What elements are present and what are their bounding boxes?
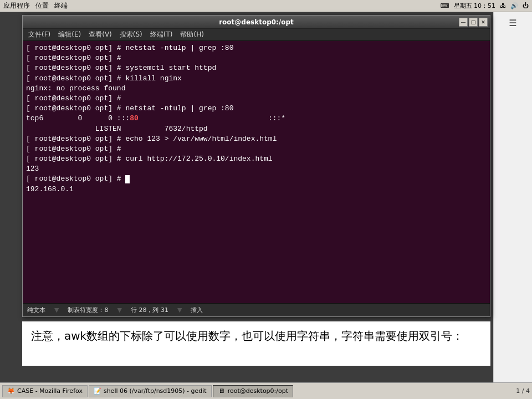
app-menu[interactable]: 应用程序 [3, 1, 30, 11]
status-mode: 插入 [191, 306, 203, 314]
taskbar-item-terminal[interactable]: 🖥 root@desktop0:/opt [213, 385, 293, 397]
term-line-8: tcp6 0 0 :::80 :::* [26, 114, 487, 124]
help-menu[interactable]: 帮助(H) [177, 29, 207, 40]
system-bar-right: ⌨ 星期五 10：51 🖧 🔊 ⏻ [441, 2, 529, 10]
term-line-3: [ root@desktop0 opt] # systemctl start h… [26, 63, 487, 73]
terminal-submenu[interactable]: 终端(T) [147, 29, 176, 40]
terminal-statusbar: 纯文本 ▼ 制表符宽度：8 ▼ 行 28，列 31 ▼ 插入 [23, 303, 490, 316]
term-line-7: [ root@desktop0 opt] # netstat -ntulp | … [26, 104, 487, 114]
term-line-13: 123 [26, 164, 487, 174]
content-text: 注意，awk数组的下标除了可以使用数字，也可以使用字符串，字符串需要使用双引号： [31, 329, 463, 342]
page-indicator: 1 / 4 [516, 387, 530, 395]
maximize-button[interactable]: □ [469, 18, 478, 27]
content-area: 注意，awk数组的下标除了可以使用数字，也可以使用字符串，字符串需要使用双引号： [22, 321, 490, 366]
term-line-11: [ root@desktop0 opt] # [26, 144, 487, 154]
search-menu[interactable]: 搜索(S) [116, 29, 146, 40]
minimize-button[interactable]: — [459, 18, 468, 27]
window-controls: — □ ✕ [459, 18, 488, 27]
firefox-icon: 🦊 [7, 387, 15, 395]
term-line-4: [ root@desktop0 opt] # killall nginx [26, 74, 487, 84]
taskbar: 🦊 CASE - Mozilla Firefox 📝 shell 06 (/va… [0, 382, 532, 399]
ip-line: 192.168.0.1 [26, 185, 487, 195]
term-line-10: [ root@desktop0 opt] # echo 123 > /var/w… [26, 134, 487, 144]
network-icon: 🖧 [500, 2, 506, 9]
taskbar-label-gedit: shell 06 (/var/ftp/nsd1905) - gedit [104, 387, 207, 395]
term-line-1: [ root@desktop0 opt] # netstat -ntulp | … [26, 43, 487, 53]
term-line-12: [ root@desktop0 opt] # curl http://172.2… [26, 154, 487, 164]
terminal-titlebar: root@desktop0:/opt — □ ✕ [23, 16, 490, 29]
taskbar-label-firefox: CASE - Mozilla Firefox [17, 387, 83, 395]
status-position: 行 28，列 31 [131, 306, 168, 314]
terminal-title: root@desktop0:/opt [219, 18, 294, 26]
term-line-5: nginx: no process found [26, 84, 487, 94]
terminal-window: root@desktop0:/opt — □ ✕ 文件(F) 编辑(E) 查看(… [22, 15, 490, 317]
volume-icon: 🔊 [510, 2, 518, 9]
datetime: 星期五 10：51 [454, 2, 496, 10]
close-button[interactable]: ✕ [479, 18, 488, 27]
edit-menu[interactable]: 编辑(E) [55, 29, 84, 40]
taskbar-item-firefox[interactable]: 🦊 CASE - Mozilla Firefox [2, 385, 88, 397]
power-icon: ⏻ [523, 2, 529, 9]
term-line-2: [ root@desktop0 opt] # [26, 53, 487, 63]
file-menu[interactable]: 文件(F) [25, 29, 54, 40]
taskbar-label-terminal: root@desktop0:/opt [228, 387, 288, 395]
system-bar: 应用程序 位置 终端 ⌨ 星期五 10：51 🖧 🔊 ⏻ [0, 0, 532, 12]
term-line-9: LISTEN 7632/httpd [26, 124, 487, 134]
gedit-icon: 📝 [94, 387, 101, 395]
main-area: root@desktop0:/opt — □ ✕ 文件(F) 编辑(E) 查看(… [0, 12, 532, 382]
browser-right-panel: ☰ [493, 12, 532, 382]
right-panel-menu-icon[interactable]: ☰ [509, 18, 516, 28]
terminal-menubar: 文件(F) 编辑(E) 查看(V) 搜索(S) 终端(T) 帮助(H) [23, 29, 490, 41]
keyboard-icon: ⌨ [441, 2, 449, 9]
terminal-body[interactable]: [ root@desktop0 opt] # netstat -ntulp | … [23, 41, 490, 303]
status-tab-width: 制表符宽度：8 [68, 306, 108, 314]
location-menu[interactable]: 位置 [35, 1, 49, 11]
view-menu[interactable]: 查看(V) [85, 29, 115, 40]
terminal-icon: 🖥 [218, 387, 226, 395]
term-line-6: [ root@desktop0 opt] # [26, 94, 487, 104]
terminal-menu[interactable]: 终端 [54, 1, 68, 11]
term-line-14: [ root@desktop0 opt] # [26, 174, 487, 184]
taskbar-item-gedit[interactable]: 📝 shell 06 (/var/ftp/nsd1905) - gedit [89, 385, 212, 397]
status-format: 纯文本 [27, 306, 45, 314]
